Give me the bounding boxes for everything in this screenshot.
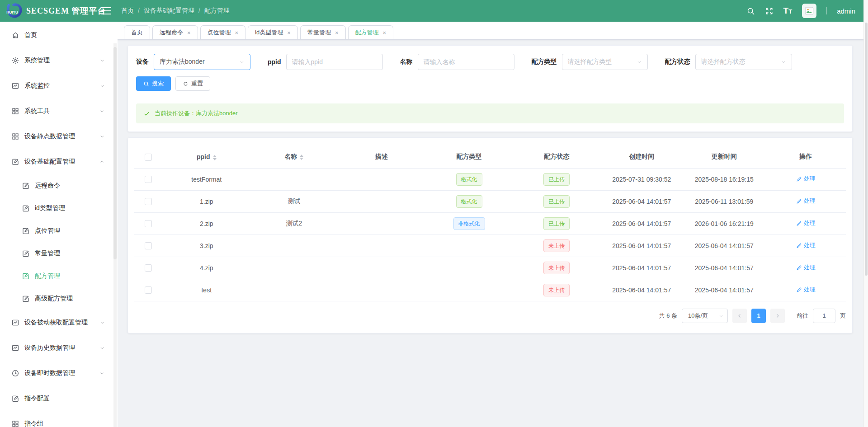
handle-row-button[interactable]: 处理 (796, 286, 816, 294)
row-checkbox[interactable] (145, 242, 152, 249)
sort-caret-icon[interactable] (300, 155, 303, 160)
tab[interactable]: 点位管理 × (200, 25, 246, 39)
sidebar-item[interactable]: id类型管理 (0, 197, 118, 220)
pagination: 共 6 条 10条/页 1 前往 (134, 309, 846, 323)
grid-icon (11, 107, 19, 115)
sidebar-item[interactable]: 常量管理 (0, 242, 118, 265)
tab[interactable]: id类型管理 × (248, 25, 298, 39)
chevron-down-icon (239, 59, 245, 65)
sidebar-item[interactable]: 指令配置 (0, 386, 118, 411)
main-area: 首页 远程命令 × 点位管理 × id类型管理 × (118, 22, 868, 427)
recipe-status-select[interactable]: 请选择配方状态 (695, 54, 792, 70)
avatar[interactable] (802, 4, 816, 18)
search-icon (143, 81, 149, 87)
recipe-status-tag: 已上传 (543, 195, 570, 208)
tab[interactable]: 远程命令 × (152, 25, 198, 39)
edit-pen-icon (796, 221, 802, 226)
sidebar-item[interactable]: 系统工具 (0, 99, 118, 124)
cell-desc (338, 212, 425, 235)
edit-pen-icon (796, 265, 802, 271)
handle-row-button[interactable]: 处理 (796, 197, 816, 205)
grid-icon (11, 420, 19, 427)
cell-name (250, 279, 338, 301)
page-scrollbar[interactable] (863, 0, 868, 427)
refresh-icon (183, 81, 189, 87)
sidebar-item[interactable]: 设备静态数据管理 (0, 124, 118, 149)
cell-created: 2025-06-04 14:01:57 (600, 190, 683, 212)
sidebar-item[interactable]: 设备被动获取配置管理 (0, 310, 118, 335)
breadcrumb-item[interactable]: 首页 (121, 7, 134, 15)
sidebar-item[interactable]: 点位管理 (0, 220, 118, 242)
chevron-icon (99, 58, 105, 63)
sidebar-item[interactable]: 系统管理 (0, 48, 118, 73)
handle-row-button[interactable]: 处理 (796, 241, 816, 249)
breadcrumb-item[interactable]: 设备基础配置管理 (134, 7, 194, 15)
cell-desc (338, 235, 425, 257)
monitor-icon (11, 82, 19, 90)
name-input[interactable] (418, 54, 514, 70)
sidebar-menu: 首页 系统管理 系统监控 系统工具 (0, 23, 118, 427)
next-page-button[interactable] (770, 309, 785, 323)
cell-name: 测试2 (250, 212, 338, 235)
device-label: 设备 (136, 58, 149, 66)
sidebar-item[interactable]: 设备即时数据管理 (0, 361, 118, 386)
sort-caret-icon[interactable] (213, 155, 217, 160)
tab[interactable]: 首页 (124, 25, 150, 39)
sidebar-item[interactable]: 首页 (0, 23, 118, 48)
recipe-type-tag: 格式化 (456, 173, 482, 186)
prev-page-button[interactable] (732, 309, 747, 323)
tab[interactable]: 常量管理 × (300, 25, 346, 39)
goto-page-input[interactable] (813, 309, 835, 323)
row-checkbox[interactable] (145, 220, 152, 227)
close-icon[interactable]: × (187, 30, 191, 36)
handle-row-button[interactable]: 处理 (796, 219, 816, 227)
recipe-status-label: 配方状态 (665, 58, 690, 66)
select-all-checkbox[interactable] (145, 154, 152, 161)
close-icon[interactable]: × (335, 30, 339, 36)
page-size-select[interactable]: 10条/页 (682, 309, 728, 323)
sidebar-scrollbar[interactable] (113, 43, 117, 427)
sidebar-item[interactable]: 远程命令 (0, 174, 118, 197)
recipe-type-tag: 非格式化 (453, 217, 485, 230)
handle-row-button[interactable]: 处理 (796, 263, 816, 272)
cell-desc (338, 279, 425, 301)
sidebar-toggle-button[interactable] (101, 7, 111, 14)
sidebar-item[interactable]: 配方管理 (0, 265, 118, 287)
table-row: 3.zip 未上传 2025-06-04 14:01:57 2025-06-04… (134, 235, 846, 257)
search-button[interactable]: 搜索 (136, 76, 171, 91)
close-icon[interactable]: × (235, 30, 239, 36)
sidebar-item[interactable]: 设备历史数据管理 (0, 335, 118, 361)
row-checkbox[interactable] (145, 176, 152, 183)
chevron-icon (99, 159, 105, 164)
recipe-table: ppid 名称 描述 配方类型 配方状态 创建时间 (134, 146, 846, 301)
recipe-status-tag: 未上传 (543, 284, 570, 296)
cell-created: 2025-06-04 14:01:57 (600, 235, 683, 257)
page-number[interactable]: 1 (751, 309, 766, 323)
sidebar-item[interactable]: 系统监控 (0, 73, 118, 99)
row-checkbox[interactable] (145, 264, 152, 272)
chevron-icon (99, 371, 105, 376)
recipe-status-tag: 未上传 (543, 262, 570, 274)
close-icon[interactable]: × (383, 30, 387, 36)
sidebar-item[interactable]: 高级配方管理 (0, 287, 118, 310)
username[interactable]: admin (837, 7, 855, 15)
recipe-type-select[interactable]: 请选择配方类型 (562, 54, 648, 70)
device-select[interactable]: 库力索法bonder (154, 54, 250, 70)
handle-row-button[interactable]: 处理 (796, 175, 816, 183)
recipe-table-card: ppid 名称 描述 配方类型 配方状态 创建时间 (127, 137, 853, 333)
row-checkbox[interactable] (145, 198, 152, 205)
text-size-icon[interactable]: TT (783, 6, 793, 16)
page-content: 设备 库力索法bonder ppid 名称 (118, 40, 868, 427)
cell-created: 2025-06-04 14:01:57 (600, 257, 683, 279)
row-checkbox[interactable] (145, 286, 152, 294)
sidebar-item[interactable]: 设备基础配置管理 (0, 149, 118, 174)
search-icon[interactable] (746, 7, 755, 15)
fullscreen-icon[interactable] (765, 7, 774, 15)
tab[interactable]: 配方管理 × (348, 25, 394, 39)
chevron-down-icon (781, 59, 786, 65)
close-icon[interactable]: × (287, 30, 291, 36)
breadcrumb-item[interactable]: 配方管理 (194, 7, 230, 15)
sidebar-item[interactable]: 指令组 (0, 411, 118, 427)
ppid-input[interactable] (286, 54, 383, 70)
reset-button[interactable]: 重置 (175, 76, 210, 91)
